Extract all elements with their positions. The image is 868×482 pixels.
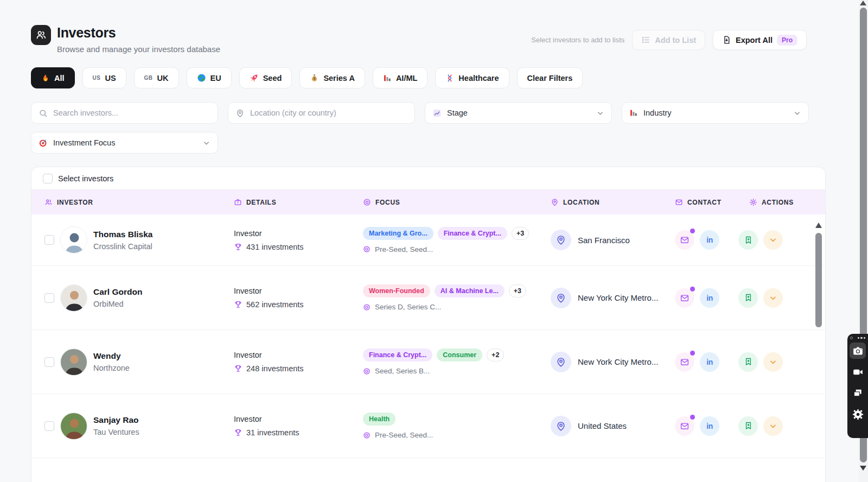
scroll-down-arrow[interactable] <box>860 466 866 471</box>
linkedin-button[interactable]: in <box>700 288 719 308</box>
email-button[interactable] <box>675 416 694 436</box>
filter-chip-seed[interactable]: Seed <box>239 67 292 88</box>
focus-tag[interactable]: Marketing & Gro... <box>363 227 433 240</box>
save-to-list-button[interactable] <box>738 230 758 250</box>
save-to-list-button[interactable] <box>738 352 758 372</box>
list-icon <box>641 35 650 45</box>
record-video-button[interactable] <box>850 364 866 380</box>
add-to-list-button[interactable]: Add to List <box>632 30 705 50</box>
save-to-list-button[interactable] <box>738 416 758 436</box>
target-rings-icon <box>363 198 371 206</box>
column-header-location[interactable]: LOCATION <box>551 198 675 206</box>
table-row[interactable]: Wendy Northzone Investor 248 investments… <box>31 330 825 394</box>
linkedin-button[interactable]: in <box>700 230 719 250</box>
table-scrollbar[interactable] <box>815 216 822 482</box>
export-file-icon <box>722 35 731 45</box>
filter-chip-eu[interactable]: EU <box>187 67 232 88</box>
expand-row-button[interactable] <box>763 416 783 436</box>
filter-chip-aiml[interactable]: AI/ML <box>373 67 427 88</box>
trophy-icon <box>234 364 242 373</box>
investor-type: Investor <box>234 287 363 295</box>
more-tags-badge[interactable]: +3 <box>509 284 526 297</box>
column-header-actions[interactable]: ACTIONS <box>738 198 825 206</box>
select-all-label: Select investors <box>58 174 113 183</box>
svg-text:$: $ <box>314 77 316 81</box>
location-input[interactable] <box>250 109 407 117</box>
focus-tag[interactable]: Women-Founded <box>363 284 430 297</box>
capture-window-button[interactable] <box>850 385 866 401</box>
filter-chip-all[interactable]: All <box>31 67 75 88</box>
camera-icon <box>852 345 864 357</box>
chip-label: Healthcare <box>458 74 499 83</box>
industry-label: Industry <box>643 109 672 117</box>
row-checkbox[interactable] <box>44 421 54 431</box>
chip-label: AI/ML <box>396 74 417 83</box>
table-row[interactable]: Sanjay Rao Tau Ventures Investor 31 inve… <box>31 394 825 458</box>
more-tags-badge[interactable]: +3 <box>512 227 529 240</box>
scroll-up-arrow[interactable] <box>815 223 822 228</box>
industry-dropdown[interactable]: Industry <box>622 102 809 124</box>
search-input[interactable] <box>53 109 210 117</box>
settings-button[interactable] <box>850 406 866 422</box>
investor-company: OrbiMed <box>93 300 142 308</box>
filter-chip-series-a[interactable]: $ Series A <box>299 67 365 88</box>
location-field[interactable] <box>228 102 415 124</box>
table-row[interactable]: Carl Gordon OrbiMed Investor 562 investm… <box>31 266 825 330</box>
save-to-list-button[interactable] <box>738 288 758 308</box>
page-subtitle: Browse and manage your investors databas… <box>57 45 220 54</box>
filter-inputs-row: Stage Industry <box>31 102 809 124</box>
scroll-up-arrow[interactable] <box>860 1 866 5</box>
column-header-investor[interactable]: INVESTOR <box>44 198 234 206</box>
notification-dot <box>690 415 695 420</box>
location-badge <box>551 416 571 436</box>
chevron-down-icon <box>596 109 604 117</box>
focus-tag[interactable]: Finance & Crypt... <box>438 227 507 240</box>
email-button[interactable] <box>675 352 694 372</box>
investment-focus-dropdown[interactable]: Investment Focus <box>31 132 218 154</box>
record-dot-icon[interactable] <box>850 337 853 339</box>
table-row[interactable]: Thomas Bliska Crosslink Capital Investor… <box>31 214 825 266</box>
filter-chip-healthcare[interactable]: Healthcare <box>435 67 509 88</box>
linkedin-button[interactable]: in <box>700 352 719 372</box>
chevron-down-icon <box>769 236 777 244</box>
more-tags-badge[interactable]: +2 <box>487 348 504 362</box>
location-badge <box>551 288 571 308</box>
column-header-details[interactable]: DETAILS <box>234 198 363 206</box>
export-all-button[interactable]: Export All Pro <box>713 30 807 50</box>
investor-name: Sanjay Rao <box>93 415 139 425</box>
row-checkbox[interactable] <box>44 235 54 245</box>
location-pin-icon <box>556 234 566 245</box>
linkedin-button[interactable]: in <box>700 416 719 436</box>
expand-row-button[interactable] <box>763 352 783 372</box>
filter-chip-uk[interactable]: GB UK <box>134 67 179 88</box>
focus-tag[interactable]: Finance & Crypt... <box>363 348 432 362</box>
clear-filters-button[interactable]: Clear Filters <box>517 67 583 88</box>
chevron-down-icon <box>769 422 777 430</box>
email-button[interactable] <box>675 288 694 308</box>
filter-chip-us[interactable]: US US <box>82 67 126 88</box>
mail-icon <box>680 357 690 367</box>
search-investors-field[interactable] <box>31 102 218 124</box>
table-scrollbar-thumb[interactable] <box>815 233 822 327</box>
stage-dropdown[interactable]: Stage <box>425 102 612 124</box>
column-header-focus[interactable]: FOCUS <box>363 198 551 206</box>
investor-company: Crosslink Capital <box>93 242 152 251</box>
chevron-down-icon <box>769 358 777 366</box>
avatar <box>60 284 87 312</box>
focus-tag[interactable]: Consumer <box>437 348 482 362</box>
select-all-checkbox[interactable] <box>43 174 53 183</box>
focus-tag[interactable]: Health <box>363 413 395 426</box>
row-checkbox[interactable] <box>44 293 54 303</box>
column-header-contact[interactable]: CONTACT <box>675 198 738 206</box>
more-options-icon[interactable] <box>858 337 866 339</box>
expand-row-button[interactable] <box>763 288 783 308</box>
linkedin-icon: in <box>706 422 712 430</box>
row-checkbox[interactable] <box>44 357 54 367</box>
screenshot-tool-button[interactable] <box>850 343 866 359</box>
investor-location: United States <box>578 421 627 430</box>
location-pin-icon <box>551 198 559 206</box>
focus-tag[interactable]: AI & Machine Le... <box>435 284 505 297</box>
email-button[interactable] <box>675 230 694 250</box>
expand-row-button[interactable] <box>763 230 783 250</box>
investment-focus-label: Investment Focus <box>53 138 115 147</box>
